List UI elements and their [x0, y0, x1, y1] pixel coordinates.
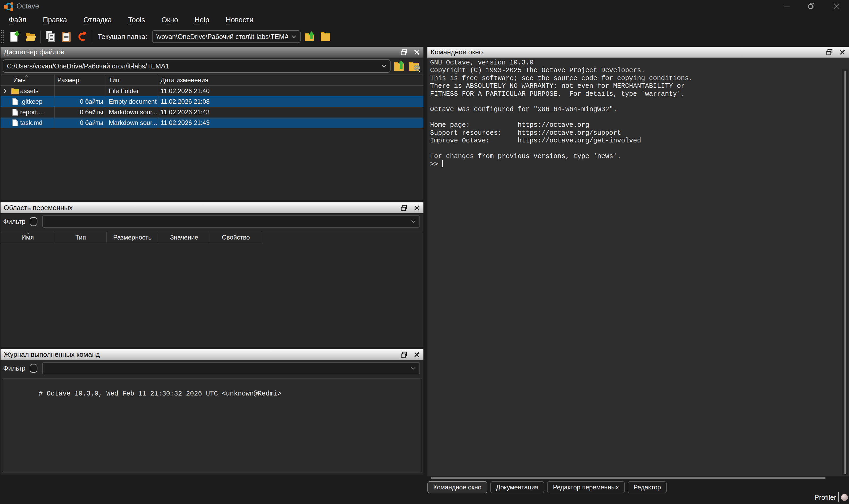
profiler-status-icon[interactable]	[841, 494, 848, 501]
current-folder-combobox[interactable]: \vovan\OneDrive\Рабочий стол\it-labs\TEM…	[152, 30, 301, 43]
console-prompt-line[interactable]: >>	[430, 160, 841, 168]
column-header-type[interactable]: Тип	[55, 232, 107, 243]
menu-item-news[interactable]: Новости	[226, 16, 254, 24]
toolbar-separator	[40, 31, 41, 43]
folder-actions-button[interactable]	[409, 60, 421, 72]
current-folder-label: Текущая папка:	[98, 33, 147, 41]
file-icon	[10, 119, 20, 127]
history-filter-combobox[interactable]	[42, 362, 420, 374]
history-entry[interactable]: # Octave 10.3.0, Wed Feb 11 21:30:32 202…	[39, 390, 282, 398]
octave-logo-icon	[4, 2, 14, 12]
column-header-date[interactable]: Дата изменения	[158, 75, 423, 85]
new-script-button[interactable]	[9, 30, 21, 43]
undock-icon[interactable]	[400, 351, 408, 358]
main-toolbar: Текущая папка: \vovan\OneDrive\Рабочий с…	[0, 28, 849, 46]
open-file-button[interactable]	[25, 30, 37, 43]
folder-up-button[interactable]	[304, 30, 316, 43]
chevron-down-icon	[381, 65, 386, 68]
table-row-assets[interactable]: assets File Folder 11.02.2026 21:40	[1, 86, 423, 96]
paste-icon	[61, 31, 72, 43]
expand-chevron-icon[interactable]	[4, 89, 10, 93]
file-browser-title: Диспетчер файлов	[4, 48, 65, 56]
scrollbar-thumb[interactable]	[845, 71, 846, 474]
folder-up-one-level-button[interactable]	[394, 60, 405, 72]
command-window-scrollbar[interactable]	[842, 70, 848, 475]
folder-up-icon	[304, 31, 315, 42]
title-bar: Octave	[0, 0, 849, 12]
menu-item-tools[interactable]: Tools	[128, 16, 145, 24]
toolbar-grip-handle[interactable]	[1, 29, 4, 44]
chevron-down-icon	[411, 367, 416, 370]
workspace-title: Область переменных	[4, 204, 72, 212]
close-panel-icon[interactable]	[839, 49, 846, 56]
minimize-button[interactable]	[774, 0, 799, 12]
undock-icon[interactable]	[826, 49, 833, 56]
filter-checkbox[interactable]	[30, 217, 37, 226]
command-history-title: Журнал выполненных команд	[4, 350, 100, 359]
menu-item-help[interactable]: Help	[195, 16, 209, 24]
console-banner-text: GNU Octave, version 10.3.0 Copyright (C)…	[430, 59, 841, 160]
column-header-value[interactable]: Значение	[158, 232, 210, 243]
command-history-list[interactable]: # Octave 10.3.0, Wed Feb 11 21:30:32 202…	[3, 379, 421, 472]
tab-documentation[interactable]: Документация	[490, 481, 544, 493]
undock-icon[interactable]	[400, 49, 408, 56]
workspace-panel: Область переменных Фильтр	[1, 202, 423, 347]
workspace-table: Имя Тип Размерность Значение Свойство	[1, 232, 423, 243]
file-browser-path-combobox[interactable]: C:/Users/vovan/OneDrive/Рабочий стол/it-…	[3, 59, 391, 73]
file-browser-header[interactable]: Диспетчер файлов	[1, 47, 423, 57]
workspace-filter-combobox[interactable]	[42, 215, 420, 228]
close-panel-icon[interactable]	[413, 204, 420, 211]
dock-splitter-handle[interactable]	[431, 478, 826, 479]
undock-icon[interactable]	[400, 204, 408, 212]
dock-tab-bar: Командное окно Документация Редактор пер…	[428, 481, 667, 493]
table-row-taskmd[interactable]: task.md 0 байты Markdown sour... 11.02.2…	[1, 118, 423, 128]
close-button[interactable]	[824, 0, 849, 12]
file-list-table: Имя Размер Тип Дата изменения assets	[1, 74, 423, 128]
tab-command-window[interactable]: Командное окно	[428, 481, 487, 493]
menu-item-debug[interactable]: Отладка	[84, 16, 112, 24]
tab-variable-editor[interactable]: Редактор переменных	[547, 481, 625, 493]
column-header-size[interactable]: Размер	[55, 75, 106, 85]
workspace-header[interactable]: Область переменных	[1, 202, 423, 213]
copy-button[interactable]	[44, 30, 56, 43]
column-header-name[interactable]: Имя	[1, 75, 55, 85]
copy-icon	[45, 31, 56, 43]
command-window-title: Командное окно	[431, 48, 483, 56]
file-icon	[10, 108, 20, 116]
undo-button[interactable]	[76, 30, 88, 43]
menu-bar: Файл Правка Отладка Tools Окно Help Ново…	[0, 12, 849, 28]
restore-button[interactable]	[799, 0, 824, 12]
menu-item-edit[interactable]: Правка	[43, 16, 67, 24]
column-header-name[interactable]: Имя	[1, 232, 55, 243]
column-header-attribute[interactable]: Свойство	[210, 232, 262, 243]
folder-settings-icon	[409, 60, 421, 72]
filter-checkbox[interactable]	[30, 364, 37, 373]
folder-icon	[320, 31, 331, 42]
menu-item-file[interactable]: Файл	[9, 16, 26, 24]
close-panel-icon[interactable]	[413, 49, 420, 56]
table-row-gitkeep[interactable]: .gitkeep 0 байты Empty document 11.02.20…	[1, 96, 423, 107]
console-output[interactable]: GNU Octave, version 10.3.0 Copyright (C)…	[430, 59, 841, 474]
profiler-label: Profiler	[814, 493, 836, 502]
browse-folder-button[interactable]	[320, 30, 332, 43]
profiler-status-widget[interactable]: Profiler	[814, 492, 848, 503]
column-header-dimension[interactable]: Размерность	[107, 232, 158, 243]
folder-icon	[10, 87, 20, 95]
column-header-type[interactable]: Тип	[106, 75, 158, 85]
text-cursor	[442, 160, 443, 167]
close-panel-icon[interactable]	[413, 351, 420, 358]
table-row-report[interactable]: report.... 0 байты Markdown sour... 11.0…	[1, 107, 423, 118]
command-history-header[interactable]: Журнал выполненных команд	[1, 349, 423, 360]
tab-editor[interactable]: Редактор	[628, 481, 667, 493]
console-prompt: >>	[430, 161, 442, 168]
chevron-down-icon	[292, 35, 296, 38]
filter-label: Фильтр	[3, 218, 25, 226]
octave-main-window: Octave Файл Правка Отладка Tools Окно He…	[0, 0, 849, 504]
menu-item-window[interactable]: Окно	[161, 16, 178, 24]
open-folder-icon	[25, 31, 37, 42]
file-icon	[10, 98, 20, 105]
paste-button[interactable]	[60, 30, 72, 43]
command-window-header[interactable]: Командное окно	[428, 47, 849, 57]
filter-label: Фильтр	[3, 364, 25, 372]
command-window-panel: Командное окно GNU Octave, version 10.3.…	[428, 47, 849, 476]
